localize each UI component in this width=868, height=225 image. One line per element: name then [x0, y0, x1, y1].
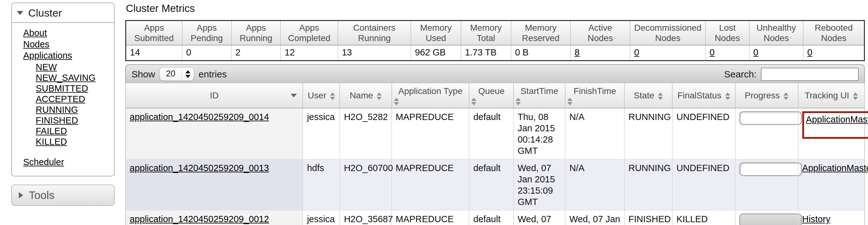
- app-id-cell: application_1420450259209_0014: [126, 108, 303, 159]
- tools-section-title: Tools: [29, 189, 55, 201]
- state-failed-link[interactable]: FAILED: [36, 126, 67, 136]
- name-cell: H2O_5282: [340, 108, 392, 159]
- search-input[interactable]: [761, 68, 859, 81]
- page-size-value: 20: [160, 68, 182, 81]
- col-header-id[interactable]: ID: [126, 83, 303, 108]
- user-cell: jessica: [303, 210, 340, 225]
- show-label: Show: [131, 69, 155, 80]
- cluster-section-header[interactable]: Cluster: [12, 3, 114, 23]
- sort-both-icon: [471, 98, 512, 105]
- col-header-finalstatus[interactable]: FinalStatus: [672, 83, 735, 108]
- col-header-application-type[interactable]: Application Type: [392, 83, 469, 108]
- search-group: Search:: [724, 68, 859, 81]
- state-cell: RUNNING: [624, 159, 672, 210]
- tracking-ui-link[interactable]: ApplicationMaster: [806, 114, 868, 124]
- progress-bar: [739, 214, 802, 225]
- state-new-saving-link[interactable]: NEW_SAVING: [36, 73, 95, 83]
- col-header-queue[interactable]: Queue: [469, 83, 514, 108]
- memory-total-value: 1.73 TB: [461, 45, 511, 61]
- col-header-finishtime[interactable]: FinishTime: [565, 83, 624, 108]
- lost-nodes-link[interactable]: 0: [710, 47, 715, 57]
- starttime-cell: Thu, 08 Jan 2015 00:14:28 GMT: [514, 108, 565, 159]
- entries-label: entries: [198, 69, 227, 80]
- apps-pending-value: 0: [182, 45, 231, 61]
- tools-section-header[interactable]: Tools: [11, 185, 115, 206]
- applications-link[interactable]: Applications: [23, 51, 72, 60]
- sidebar: Cluster About Nodes Applications NEW NEW…: [11, 2, 115, 225]
- application-type-cell: MAPREDUCE: [392, 108, 469, 159]
- sort-both-icon: [725, 92, 730, 100]
- yarn-resourcemanager-page: Cluster About Nodes Applications NEW NEW…: [0, 0, 868, 225]
- sidebar-item-nodes: Nodes: [23, 38, 112, 50]
- nodes-link[interactable]: Nodes: [23, 39, 50, 49]
- metrics-header-row: Apps Submitted Apps Pending Apps Running…: [126, 21, 865, 46]
- stepper-arrows-icon: [182, 68, 194, 81]
- metrics-col-active-nodes: Active Nodes: [570, 21, 630, 46]
- metrics-col-apps-submitted: Apps Submitted: [126, 21, 182, 46]
- col-header-progress[interactable]: Progress: [735, 83, 798, 108]
- name-cell: H2O_35687: [340, 210, 392, 225]
- sidebar-item-killed: KILLED: [36, 136, 112, 147]
- progress-bar: [739, 162, 802, 176]
- metrics-col-decommissioned-nodes: Decommissioned Nodes: [630, 21, 706, 46]
- col-header-tracking-ui[interactable]: Tracking UI: [798, 83, 865, 108]
- metrics-col-memory-used: Memory Used: [411, 21, 461, 46]
- rebooted-nodes-link[interactable]: 0: [807, 47, 812, 57]
- state-new-link[interactable]: NEW: [36, 62, 57, 72]
- col-header-user[interactable]: User: [303, 83, 340, 108]
- decommissioned-nodes-cell: 0: [630, 45, 706, 61]
- application-type-cell: MAPREDUCE: [392, 210, 469, 225]
- page-size-select[interactable]: 20: [159, 67, 194, 81]
- apps-running-value: 2: [231, 45, 281, 61]
- scheduler-link[interactable]: Scheduler: [23, 157, 64, 167]
- finalstatus-cell: UNDEFINED: [672, 108, 735, 159]
- applications-table: ID User Name Application Type Queue Star…: [125, 83, 865, 225]
- sidebar-item-scheduler: Scheduler: [23, 157, 112, 168]
- sort-both-icon: [377, 92, 382, 100]
- sidebar-item-failed: FAILED: [36, 126, 112, 136]
- sort-both-icon: [853, 92, 858, 100]
- progress-cell: [735, 210, 798, 225]
- progress-cell: [735, 159, 798, 210]
- queue-cell: default: [469, 210, 514, 225]
- col-header-state[interactable]: State: [624, 83, 672, 108]
- tracking-ui-cell: ApplicationMaster: [798, 159, 865, 210]
- cluster-nav-box: Cluster About Nodes Applications NEW NEW…: [11, 2, 115, 176]
- app-id-link[interactable]: application_1420450259209_0012: [130, 214, 269, 224]
- tracking-ui-link[interactable]: ApplicationMaster: [802, 163, 868, 173]
- metrics-col-apps-pending: Apps Pending: [182, 21, 231, 46]
- col-header-starttime[interactable]: StartTime: [514, 83, 565, 108]
- state-submitted-link[interactable]: SUBMITTED: [36, 83, 88, 93]
- active-nodes-cell: 8: [570, 45, 630, 61]
- apps-submitted-value: 14: [126, 45, 182, 61]
- tracking-ui-cell: ApplicationMaster: [798, 108, 865, 159]
- decommissioned-nodes-link[interactable]: 0: [634, 47, 639, 57]
- metrics-col-rebooted-nodes: Rebooted Nodes: [803, 21, 864, 46]
- state-accepted-link[interactable]: ACCEPTED: [36, 94, 85, 104]
- sort-both-icon: [330, 92, 335, 100]
- metrics-col-unhealthy-nodes: Unhealthy Nodes: [749, 21, 803, 46]
- starttime-cell: Wed, 07 Jan 2015 23:15:09 GMT: [514, 159, 565, 210]
- sort-both-icon: [394, 98, 467, 105]
- lost-nodes-cell: 0: [706, 45, 749, 61]
- user-cell: jessica: [303, 108, 340, 159]
- tracking-ui-link[interactable]: History: [802, 214, 830, 224]
- table-row: application_1420450259209_0012 jessica H…: [126, 210, 865, 225]
- metrics-col-memory-total: Memory Total: [461, 21, 511, 46]
- col-header-name[interactable]: Name: [340, 83, 392, 108]
- finishtime-cell: N/A: [565, 159, 624, 210]
- app-id-link[interactable]: application_1420450259209_0013: [130, 163, 269, 173]
- state-finished-link[interactable]: FINISHED: [36, 115, 78, 125]
- sidebar-item-new: NEW: [36, 62, 112, 73]
- state-running-link[interactable]: RUNNING: [36, 105, 78, 115]
- state-killed-link[interactable]: KILLED: [36, 137, 67, 147]
- sidebar-item-running: RUNNING: [36, 104, 112, 115]
- finishtime-cell: N/A: [565, 108, 624, 159]
- active-nodes-link[interactable]: 8: [575, 47, 580, 57]
- table-row: application_1420450259209_0014 jessica H…: [126, 108, 865, 159]
- annotation-highlight-box: ApplicationMaster: [802, 111, 868, 139]
- about-link[interactable]: About: [23, 28, 47, 38]
- unhealthy-nodes-link[interactable]: 0: [753, 47, 758, 57]
- app-id-link[interactable]: application_1420450259209_0014: [130, 112, 269, 122]
- sidebar-item-about: About: [23, 27, 112, 38]
